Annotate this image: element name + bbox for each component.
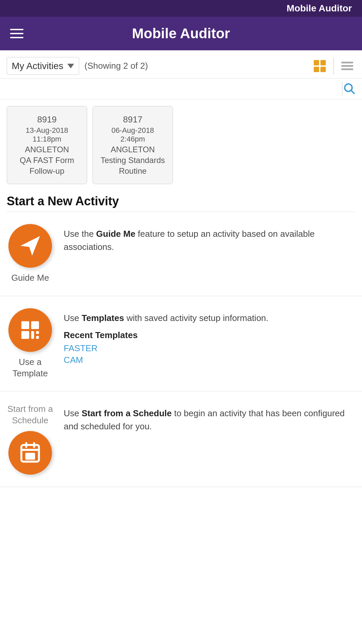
card-date: 13-Aug-2018 11:18pm: [14, 126, 80, 144]
activities-select[interactable]: My Activities All Activities: [12, 61, 64, 71]
template-link-cam[interactable]: CAM: [64, 355, 355, 365]
schedule-bold: Start from a Schedule: [81, 408, 172, 418]
svg-line-1: [351, 91, 354, 94]
card-location: ANGLETON: [14, 145, 80, 154]
status-bar: Mobile Auditor: [0, 0, 362, 17]
use-template-button[interactable]: [8, 308, 52, 352]
template-icon: [18, 318, 42, 342]
header: Mobile Auditor: [0, 17, 362, 50]
new-activity-section: Start a New Activity: [0, 187, 362, 212]
schedule-label: Start from aSchedule: [7, 404, 53, 426]
use-template-label: Use aTemplate: [12, 357, 48, 379]
activities-dropdown[interactable]: My Activities All Activities: [7, 57, 79, 75]
svg-rect-13: [25, 453, 35, 460]
search-icon: [343, 82, 355, 95]
schedule-icon-wrapper: Start from aSchedule: [7, 404, 54, 475]
guide-me-icon-wrapper: Guide Me: [7, 224, 54, 284]
list-view-button[interactable]: [339, 58, 355, 74]
header-title: Mobile Auditor: [132, 25, 230, 42]
toolbar: My Activities All Activities (Showing 2 …: [0, 50, 362, 78]
grid-view-button[interactable]: [312, 58, 328, 74]
activities-grid: 8919 13-Aug-2018 11:18pm ANGLETON QA FAS…: [0, 99, 362, 187]
svg-rect-7: [36, 331, 39, 334]
svg-rect-6: [31, 331, 34, 339]
use-template-content: Use Templates with saved activity setup …: [64, 308, 355, 365]
guide-me-section: Guide Me Use the Guide Me feature to set…: [0, 212, 362, 296]
activity-card[interactable]: 8917 06-Aug-2018 2:46pm ANGLETON Testing…: [93, 106, 173, 184]
template-link-faster[interactable]: FASTER: [64, 343, 355, 354]
showing-count: (Showing 2 of 2): [84, 61, 148, 71]
card-id: 8919: [14, 114, 80, 125]
start-schedule-button[interactable]: [8, 431, 52, 475]
card-date: 06-Aug-2018 2:46pm: [100, 126, 166, 144]
list-icon: [341, 60, 353, 72]
recent-templates-label: Recent Templates: [64, 330, 355, 340]
guide-me-label: Guide Me: [11, 272, 49, 284]
use-template-description: Use Templates with saved activity setup …: [64, 312, 355, 325]
grid-icon: [314, 60, 326, 72]
svg-rect-4: [31, 321, 39, 329]
schedule-icon: [18, 441, 42, 465]
use-template-section: Use aTemplate Use Templates with saved a…: [0, 296, 362, 392]
card-form: Testing Standards: [100, 156, 166, 165]
use-template-icon-wrapper: Use aTemplate: [7, 308, 54, 379]
search-bar: [0, 78, 362, 99]
card-id: 8917: [100, 114, 166, 125]
svg-rect-5: [21, 331, 29, 339]
dropdown-arrow-icon: [67, 64, 74, 68]
card-form: QA FAST Form: [14, 156, 80, 165]
hamburger-line: [10, 37, 23, 38]
hamburger-menu-button[interactable]: [10, 29, 23, 38]
svg-rect-8: [36, 336, 39, 339]
hamburger-line: [10, 33, 23, 34]
new-activity-title: Start a New Activity: [7, 194, 355, 208]
recent-templates: Recent Templates FASTER CAM: [64, 330, 355, 365]
activity-card[interactable]: 8919 13-Aug-2018 11:18pm ANGLETON QA FAS…: [7, 106, 87, 184]
guide-me-description: Use the Guide Me feature to setup an act…: [64, 227, 355, 254]
status-bar-title: Mobile Auditor: [287, 3, 352, 14]
card-location: ANGLETON: [100, 145, 166, 154]
card-type: Routine: [100, 166, 166, 176]
svg-rect-3: [21, 321, 29, 329]
navigation-icon: [18, 234, 42, 258]
toolbar-divider: [333, 58, 334, 74]
template-bold: Templates: [81, 313, 124, 323]
hamburger-line: [10, 29, 23, 30]
guide-me-content: Use the Guide Me feature to setup an act…: [64, 224, 355, 254]
start-schedule-description: Use Start from a Schedule to begin an ac…: [64, 404, 355, 433]
schedule-top: Start from aSchedule Use Start from a Sc…: [7, 404, 355, 475]
search-button[interactable]: [343, 82, 355, 96]
card-type: Follow-up: [14, 166, 80, 176]
start-schedule-section: Start from aSchedule Use Start from a Sc…: [0, 391, 362, 487]
toolbar-right: [312, 58, 355, 74]
guide-me-bold: Guide Me: [96, 229, 135, 239]
guide-me-button[interactable]: [8, 224, 52, 268]
